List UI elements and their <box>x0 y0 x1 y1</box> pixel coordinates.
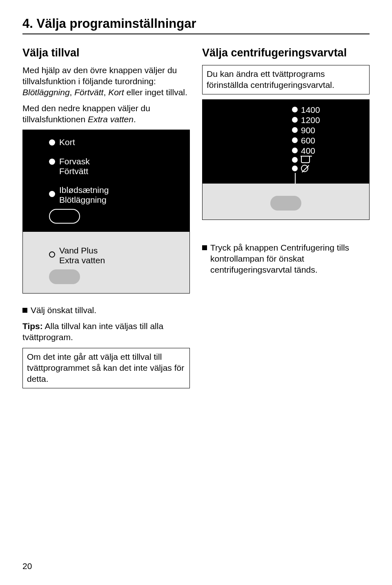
text-italic: Kort <box>108 87 124 97</box>
display-panel-options: Kort Forvask Förtvätt Iblødsætning Blötl… <box>22 130 190 294</box>
text: Med hjälp av den övre knappen väljer du … <box>22 65 177 86</box>
tips-para: Tips: Alla tillval kan inte väljas till … <box>22 321 190 343</box>
text: eller inget tillval. <box>124 87 187 97</box>
option-iblod: Iblødsætning Blötläggning <box>33 185 180 205</box>
led-on-icon <box>49 139 55 146</box>
no-spin-icon <box>301 165 308 172</box>
text-italic: Blötläggning <box>22 87 70 97</box>
spin-speed-item: 900 <box>292 126 315 134</box>
spin-value: 600 <box>301 136 315 145</box>
rinse-hold-icon <box>301 157 310 163</box>
label-forvask: Forvask <box>59 157 90 166</box>
tips-label: Tips: <box>22 321 43 331</box>
button-lower-options[interactable] <box>49 269 80 284</box>
label-vand: Vand Plus <box>59 246 105 256</box>
option-kort: Kort <box>33 137 180 147</box>
label-blot: Blötläggning <box>59 195 109 205</box>
button-spin[interactable] <box>270 196 301 211</box>
page-number: 20 <box>22 561 32 571</box>
button-upper-options[interactable] <box>49 209 80 224</box>
spin-no-spin <box>292 165 308 172</box>
spin-value: 1200 <box>301 116 320 124</box>
heading-options: Välja tillval <box>22 47 190 59</box>
column-left: Välja tillval Med hjälp av den övre knap… <box>22 47 190 399</box>
led-on-icon <box>49 191 55 197</box>
led-on-icon <box>292 137 298 143</box>
bullet-text: Tryck på knappen Centrifugering tills ko… <box>210 242 370 276</box>
label-extra: Extra vatten <box>59 256 105 265</box>
text-italic: Förtvätt <box>74 87 103 97</box>
note-box-right: Du kan ändra ett tvättprograms förinstäl… <box>202 65 370 94</box>
column-right: Välja centrifugeringsvarvtal Du kan ändr… <box>202 47 370 399</box>
page-title: 4. Välja programinställningar <box>22 16 370 34</box>
label-fortvatt: Förtvätt <box>59 166 90 176</box>
spin-speed-item: 1400 <box>292 105 320 114</box>
spin-speed-item: 400 <box>292 146 315 155</box>
text: , <box>103 87 108 97</box>
text: . <box>134 114 136 124</box>
spin-value: 1400 <box>301 105 320 114</box>
square-bullet-icon <box>202 245 207 250</box>
heading-spin: Välja centrifugeringsvarvtal <box>202 47 370 59</box>
led-on-icon <box>292 166 298 171</box>
led-on-icon <box>292 127 298 133</box>
spin-rinse-hold <box>292 157 310 163</box>
bullet-select-option: Välj önskat tillval. <box>22 305 190 316</box>
display-panel-spin: 1400 1200 900 600 400 <box>202 99 370 220</box>
option-vand-plus: Vand Plus Extra vatten <box>33 246 180 265</box>
tips-text: Alla tillval kan inte väljas till alla t… <box>22 321 163 342</box>
spin-value: 900 <box>301 126 315 134</box>
led-on-icon <box>292 157 298 163</box>
led-off-icon <box>49 251 55 258</box>
text-italic: Extra vatten <box>88 114 134 124</box>
text: , <box>70 87 75 97</box>
note-box-left: Om det inte går att välja ett tillval ti… <box>22 348 190 388</box>
bullet-press-spin: Tryck på knappen Centrifugering tills ko… <box>202 242 370 276</box>
led-on-icon <box>292 148 298 153</box>
label-iblod: Iblødsætning <box>59 185 109 195</box>
connector-line <box>295 173 296 184</box>
para-options-1: Med hjälp av den övre knappen väljer du … <box>22 65 190 98</box>
square-bullet-icon <box>22 308 27 313</box>
para-options-2: Med den nedre knappen väljer du tillvals… <box>22 103 190 125</box>
spin-value: 400 <box>301 146 315 155</box>
spin-speed-item: 1200 <box>292 116 320 124</box>
led-on-icon <box>292 117 298 123</box>
spin-speed-item: 600 <box>292 136 315 145</box>
led-on-icon <box>49 159 55 165</box>
led-on-icon <box>292 107 298 112</box>
label-kort: Kort <box>59 137 75 147</box>
bullet-text: Välj önskat tillval. <box>31 305 96 316</box>
option-forvask: Forvask Förtvätt <box>33 157 180 176</box>
